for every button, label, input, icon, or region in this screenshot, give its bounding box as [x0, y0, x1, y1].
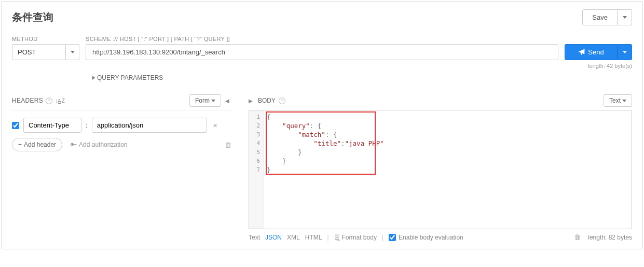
enable-body-eval[interactable]: Enable body evaluation — [389, 234, 463, 241]
request-panel: 条件查询 Save METHOD POST SCHEME :// HOST [ … — [1, 1, 643, 249]
trash-icon[interactable]: 🗑︎ — [574, 233, 581, 241]
sort-icon[interactable]: ↓A̲Z — [55, 98, 65, 104]
body-view-toggle[interactable]: Text — [604, 94, 632, 107]
caret-down-icon — [211, 100, 215, 102]
line-gutter: 1 2 3 4 5 6 7 — [249, 110, 264, 229]
key-icon: 🔑︎ — [71, 141, 77, 148]
headers-title: HEADERS — [12, 97, 43, 104]
caret-down-icon — [622, 100, 626, 102]
url-input[interactable] — [86, 44, 558, 60]
help-icon[interactable]: ? — [46, 97, 52, 104]
add-auth-label: Add authorization — [79, 141, 127, 148]
separator: | — [382, 234, 383, 241]
trash-icon[interactable]: 🗑︎ — [225, 141, 231, 149]
method-label: METHOD — [12, 36, 79, 42]
chevron-right-icon — [92, 76, 95, 80]
save-button[interactable]: Save — [582, 9, 618, 25]
body-panel: ▶ BODY ? Text 1 2 3 4 5 6 7 — [249, 94, 632, 241]
url-length-info: length: 42 byte(s) — [12, 63, 632, 69]
add-header-button[interactable]: + Add header — [12, 138, 62, 151]
help-icon[interactable]: ? — [279, 97, 285, 104]
format-body-button[interactable]: ☰̲ Format body — [334, 234, 377, 241]
code-content[interactable]: { "query": { "match": { "title":"java PH… — [264, 110, 387, 229]
send-label: Send — [588, 48, 604, 56]
collapse-left-icon[interactable]: ◀ — [225, 98, 229, 104]
add-auth-button[interactable]: 🔑︎ Add authorization — [71, 141, 127, 148]
caret-down-icon — [623, 16, 627, 19]
save-dropdown[interactable] — [618, 9, 632, 25]
query-parameters-toggle[interactable]: QUERY PARAMETERS — [92, 74, 632, 81]
caret-down-icon — [71, 51, 75, 53]
mode-html[interactable]: HTML — [305, 234, 322, 241]
url-label: SCHEME :// HOST [ ":" PORT ] [ PATH [ "?… — [86, 36, 558, 42]
caret-down-icon — [623, 51, 627, 53]
send-icon — [578, 49, 585, 55]
body-editor[interactable]: 1 2 3 4 5 6 7 { "query": { "match": { "t… — [249, 110, 632, 229]
separator: | — [327, 234, 328, 241]
method-dropdown[interactable] — [66, 44, 79, 60]
format-icon: ☰̲ — [334, 234, 340, 241]
header-value-input[interactable] — [92, 118, 207, 133]
plus-icon: + — [18, 141, 22, 148]
headers-panel: HEADERS ? ↓A̲Z Form ◀ : × — [12, 94, 240, 241]
page-title: 条件查询 — [12, 10, 53, 24]
query-parameters-label: QUERY PARAMETERS — [97, 74, 163, 81]
method-select[interactable]: POST — [12, 44, 66, 60]
send-dropdown[interactable] — [618, 44, 632, 60]
mode-xml[interactable]: XML — [287, 234, 300, 241]
header-name-input[interactable] — [23, 118, 81, 133]
body-title: BODY — [258, 97, 276, 104]
add-header-label: Add header — [24, 141, 56, 148]
header-row: : × — [12, 118, 231, 133]
remove-header-icon[interactable]: × — [211, 121, 220, 130]
body-eval-checkbox[interactable] — [389, 234, 396, 241]
collapse-right-icon[interactable]: ▶ — [249, 98, 253, 104]
mode-text[interactable]: Text — [249, 234, 260, 241]
mode-json[interactable]: JSON — [265, 234, 282, 241]
header-enabled-checkbox[interactable] — [12, 122, 19, 129]
send-button[interactable]: Send — [565, 44, 618, 60]
save-group: Save — [582, 9, 632, 25]
body-length-info: length: 82 bytes — [588, 234, 632, 241]
colon: : — [86, 121, 88, 129]
headers-view-toggle[interactable]: Form — [189, 94, 221, 107]
